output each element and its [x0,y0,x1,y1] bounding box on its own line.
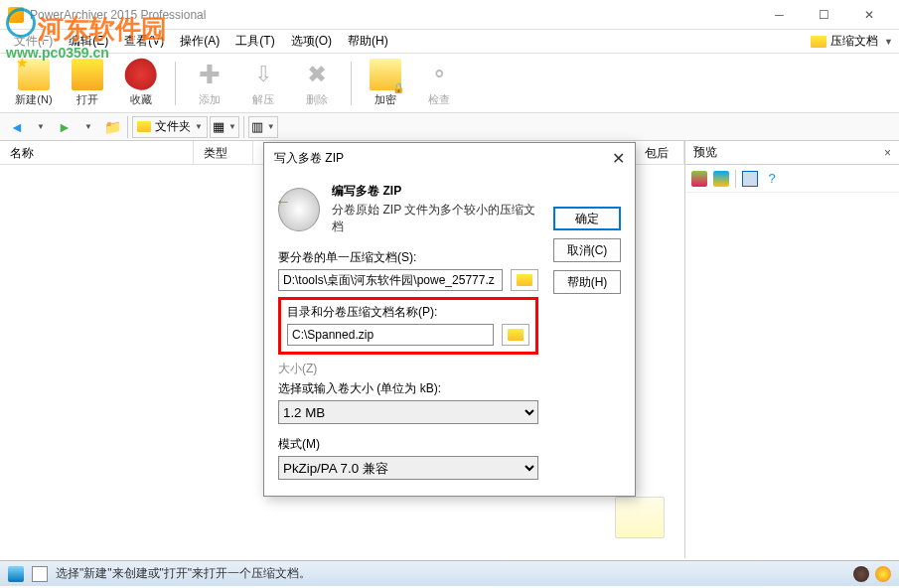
preview-close-button[interactable]: × [884,146,891,160]
layout-icon: ▥ [251,119,263,134]
check-button[interactable]: ⚬ 检查 [415,56,463,111]
title-bar: PowerArchiver 2015 Professional ─ ☐ ✕ [0,0,899,30]
chevron-down-icon: ▼ [884,37,893,47]
dialog-title-bar: 写入多卷 ZIP ✕ [264,143,635,173]
menu-edit[interactable]: 编辑(E) [61,30,116,53]
nav-up-button[interactable]: 📁 [101,116,123,138]
delete-button[interactable]: ✖ 删除 [293,56,341,111]
chevron-down-icon: ▼ [228,122,236,131]
folder-icon [811,36,826,48]
column-after[interactable]: 包后 [635,141,684,164]
folder-icon [508,329,524,341]
new-button[interactable]: 新建(N) [10,56,58,111]
target-label: 目录和分卷压缩文档名称(P): [287,304,494,321]
source-browse-button[interactable] [511,269,538,291]
folders-dropdown[interactable]: 文件夹 ▼ [132,116,208,138]
preview-separator [735,170,736,188]
nav-bar: ◄ ▼ ► ▼ 📁 文件夹 ▼ ▦ ▼ ▥ ▼ [0,113,899,141]
status-sync-icon[interactable] [875,566,891,582]
add-button[interactable]: ✚ 添加 [186,56,233,111]
check-icon: ⚬ [423,59,455,90]
column-name[interactable]: 名称 [0,141,194,164]
size-label: 选择或输入卷大小 (单位为 kB): [278,380,538,397]
new-icon [18,59,50,90]
source-label: 要分卷的单一压缩文档(S): [278,249,503,266]
dialog-heading: 编写多卷 ZIP [332,183,538,200]
size-heading: 大小(Z) [278,362,317,375]
toolbar-separator [175,62,176,105]
mode-select[interactable]: PkZip/PA 7.0 兼容 [278,456,538,480]
help-button[interactable]: 帮助(H) [553,270,621,294]
dialog-close-button[interactable]: ✕ [612,149,625,168]
preview-image-icon[interactable] [691,171,707,187]
toolbar-separator [351,62,352,105]
list-icon: ▦ [213,119,225,134]
archive-drop-icon [615,497,665,538]
ok-button[interactable]: 确定 [553,207,621,230]
view-dropdown[interactable]: ▦ ▼ [210,116,239,138]
favorite-button[interactable]: 收藏 [117,56,165,111]
preview-title: 预览 [693,144,717,161]
nav-separator [127,116,128,138]
status-bar: 选择"新建"来创建或"打开"来打开一个压缩文档。 [0,560,899,586]
nav-back-dropdown[interactable]: ▼ [30,116,52,138]
cancel-button[interactable]: 取消(C) [553,238,621,262]
layout-dropdown[interactable]: ▥ ▼ [248,116,278,138]
dialog-subheading: 分卷原始 ZIP 文件为多个较小的压缩文档 [332,202,538,235]
maximize-button[interactable]: ☐ [802,1,846,29]
nav-separator [243,116,244,138]
preview-pane: 预览 × ? [685,141,899,558]
cd-icon [278,188,320,231]
menu-file[interactable]: 文件(F) [6,30,61,53]
preview-help-icon[interactable]: ? [764,171,780,187]
status-cloud-icon[interactable] [853,566,869,582]
encrypt-button[interactable]: 加密 [362,56,409,111]
chevron-down-icon: ▼ [195,122,203,131]
open-button[interactable]: 打开 [64,56,111,111]
menu-tools[interactable]: 工具(T) [227,30,282,53]
folders-label: 文件夹 [155,118,191,135]
preview-toolbar: ? [685,165,899,193]
menu-view[interactable]: 查看(V) [116,30,172,53]
dialog-title-text: 写入多卷 ZIP [274,150,344,167]
app-icon [8,7,24,23]
preview-header: 预览 × [685,141,899,165]
target-input[interactable] [287,324,494,346]
multi-volume-zip-dialog: 写入多卷 ZIP ✕ 编写多卷 ZIP 分卷原始 ZIP 文件为多个较小的压缩文… [263,142,636,497]
menu-help[interactable]: 帮助(H) [340,30,396,53]
encrypt-icon [370,59,401,90]
mode-label: 模式(M) [278,436,538,453]
target-browse-button[interactable] [502,324,529,346]
window-title: PowerArchiver 2015 Professional [30,8,757,22]
delete-icon: ✖ [301,59,333,90]
compress-doc-dropdown[interactable]: 压缩文档 ▼ [811,33,893,50]
open-icon [72,59,103,90]
heart-icon [118,52,163,96]
status-icon-1[interactable] [8,566,24,582]
menu-bar: 文件(F) 编辑(E) 查看(V) 操作(A) 工具(T) 选项(O) 帮助(H… [0,30,899,54]
column-type[interactable]: 类型 [194,141,253,164]
menu-options[interactable]: 选项(O) [283,30,340,53]
highlighted-target-section: 目录和分卷压缩文档名称(P): [278,297,538,355]
size-select[interactable]: 1.2 MB [278,400,538,424]
folder-icon [517,274,532,286]
preview-grid-icon[interactable] [742,171,758,187]
nav-forward-button[interactable]: ► [54,116,75,138]
chevron-down-icon: ▼ [267,122,275,131]
menu-action[interactable]: 操作(A) [172,30,227,53]
minimize-button[interactable]: ─ [757,1,802,29]
main-toolbar: 新建(N) 打开 收藏 ✚ 添加 ⇩ 解压 ✖ 删除 加密 ⚬ 检查 [0,54,899,113]
extract-button[interactable]: ⇩ 解压 [239,56,287,111]
close-button[interactable]: ✕ [846,1,891,29]
status-icon-2[interactable] [32,566,48,582]
nav-back-button[interactable]: ◄ [6,116,28,138]
preview-photo-icon[interactable] [713,171,729,187]
status-text: 选择"新建"来创建或"打开"来打开一个压缩文档。 [56,565,311,582]
nav-forward-dropdown[interactable]: ▼ [77,116,99,138]
add-icon: ✚ [194,59,225,90]
compress-doc-label: 压缩文档 [830,33,878,50]
folder-icon [137,121,151,132]
source-input[interactable] [278,269,503,291]
extract-icon: ⇩ [247,59,279,90]
